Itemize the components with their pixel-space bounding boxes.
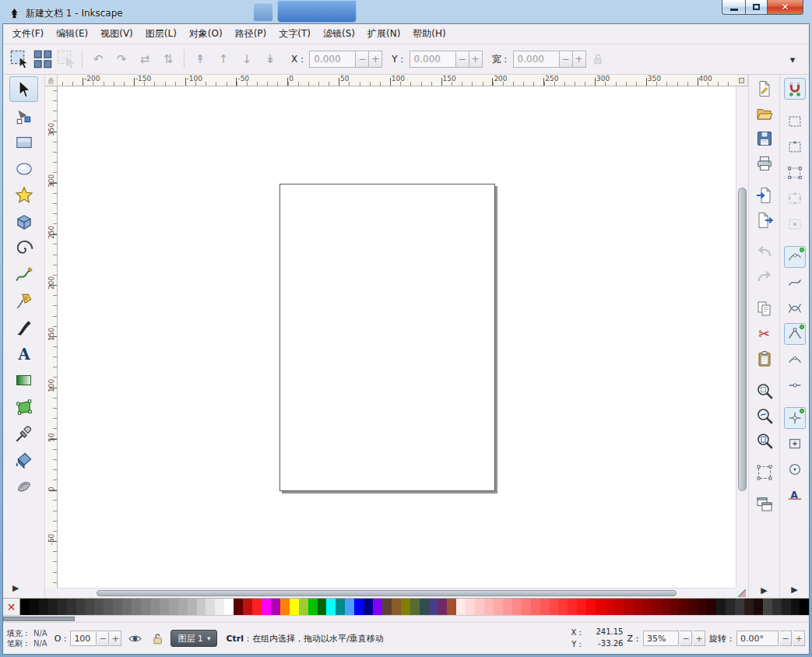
deselect-button[interactable] (54, 47, 78, 71)
close-button[interactable]: ✕ (768, 0, 803, 15)
palette-swatch[interactable] (754, 599, 763, 615)
palette-swatch[interactable] (364, 599, 373, 615)
duplicate-window-button[interactable] (753, 493, 776, 516)
vertical-scrollbar[interactable] (736, 86, 748, 588)
palette-swatch[interactable] (568, 599, 577, 615)
rotate-cw-button[interactable]: ↷ (110, 47, 133, 71)
palette-swatch[interactable] (318, 599, 327, 615)
import-button[interactable] (753, 184, 776, 207)
snap-cusp-nodes-toggle[interactable] (784, 323, 806, 345)
y-input[interactable]: 0.000 (410, 51, 456, 68)
width-decrease-button[interactable]: − (560, 51, 573, 68)
selector-tool[interactable] (9, 76, 38, 102)
color-managed-display-toggle[interactable] (736, 588, 748, 598)
palette-swatch[interactable] (336, 599, 345, 615)
calligraphy-tool[interactable] (9, 314, 38, 340)
palette-swatch[interactable] (122, 599, 132, 615)
palette-swatch[interactable] (614, 599, 624, 615)
palette-scrollbar[interactable] (3, 615, 809, 622)
palette-swatch[interactable] (150, 599, 160, 615)
palette-swatch[interactable] (197, 599, 206, 615)
palette-swatch[interactable] (772, 599, 782, 615)
select-all-button[interactable] (8, 47, 31, 71)
palette-swatch[interactable] (354, 599, 364, 615)
menu-file[interactable]: 文件(F) (6, 24, 50, 44)
palette-swatch[interactable] (132, 599, 141, 615)
palette-swatch[interactable] (299, 599, 308, 615)
palette-swatch[interactable] (94, 599, 104, 615)
snap-smooth-nodes-toggle[interactable] (784, 349, 806, 371)
titlebar[interactable]: 新建文档 1 - Inkscape ✕ (2, 0, 810, 23)
palette-swatch[interactable] (586, 599, 596, 615)
palette-swatch[interactable] (763, 599, 772, 615)
save-document-button[interactable] (753, 127, 776, 150)
opacity-increase-button[interactable]: + (110, 631, 121, 646)
snap-nodes-toggle[interactable] (784, 246, 806, 268)
horizontal-scrollbar-thumb[interactable] (97, 590, 677, 596)
snap-paths-toggle[interactable] (784, 272, 806, 293)
palette-swatch[interactable] (160, 599, 169, 615)
vertical-scrollbar-thumb[interactable] (738, 188, 747, 491)
rotation-decrease-button[interactable]: − (780, 631, 792, 646)
spiral-tool[interactable] (9, 235, 38, 261)
layer-lock-toggle[interactable] (148, 629, 167, 648)
menu-help[interactable]: 帮助(H) (406, 24, 452, 44)
palette-swatch[interactable] (429, 599, 438, 615)
toolbox-overflow-button[interactable]: ▶ (3, 583, 19, 593)
palette-swatch[interactable] (308, 599, 318, 615)
menu-filters[interactable]: 滤镜(S) (317, 24, 361, 44)
palette-swatch[interactable] (735, 599, 744, 615)
snap-bbox-centers-toggle[interactable] (784, 213, 806, 235)
zoom-in-button[interactable]: + (694, 631, 705, 646)
palette-swatch[interactable] (85, 599, 94, 615)
palette-swatch[interactable] (550, 599, 559, 615)
zoom-page-button[interactable] (753, 429, 776, 452)
horizontal-scrollbar[interactable] (58, 588, 736, 598)
palette-swatch[interactable] (438, 599, 447, 615)
palette-swatch[interactable] (605, 599, 614, 615)
paint-bucket-tool[interactable] (9, 447, 38, 473)
palette-swatch[interactable] (800, 599, 809, 615)
palette-swatch[interactable] (243, 599, 252, 615)
palette-swatch[interactable] (670, 599, 680, 615)
opacity-decrease-button[interactable]: − (97, 631, 109, 646)
palette-swatch[interactable] (373, 599, 382, 615)
menu-extensions[interactable]: 扩展(N) (361, 24, 406, 44)
palette-swatch[interactable] (744, 599, 754, 615)
toolbar-overflow-button[interactable]: ▾ (781, 47, 804, 71)
undo-button[interactable] (753, 241, 776, 264)
menu-view[interactable]: 视图(V) (94, 24, 139, 44)
palette-swatch[interactable] (420, 599, 429, 615)
flip-horizontal-button[interactable]: ⇄ (133, 47, 156, 71)
palette-swatch[interactable] (39, 599, 48, 615)
redo-button[interactable] (753, 265, 776, 289)
ruler-corner-button[interactable] (736, 75, 748, 86)
pencil-tool[interactable] (9, 262, 38, 287)
palette-swatch[interactable] (782, 599, 791, 615)
copy-button[interactable] (753, 297, 776, 321)
palette-swatch[interactable] (326, 599, 336, 615)
node-editor-tool[interactable] (9, 103, 38, 128)
palette-swatch[interactable] (661, 599, 670, 615)
no-color-swatch[interactable]: ✕ (3, 599, 20, 615)
snap-bbox-corners-toggle[interactable] (784, 162, 806, 184)
palette-swatch[interactable] (447, 599, 456, 615)
palette-swatch[interactable] (522, 599, 531, 615)
snap-path-intersections-toggle[interactable] (784, 297, 806, 319)
palette-swatch[interactable] (252, 599, 262, 615)
new-document-button[interactable] (753, 77, 776, 100)
paste-button[interactable] (753, 347, 776, 371)
palette-swatch[interactable] (67, 599, 76, 615)
commands-overflow-button[interactable]: ▶ (761, 585, 767, 596)
document-page[interactable] (279, 184, 495, 491)
layer-selector[interactable]: 图层 1 ▾ (170, 630, 217, 647)
tweak-tool[interactable] (9, 473, 38, 499)
lower-to-bottom-button[interactable]: ↡ (258, 47, 282, 71)
x-input[interactable]: 0.000 (309, 51, 356, 68)
palette-swatch[interactable] (188, 599, 197, 615)
export-button[interactable] (753, 209, 776, 232)
snap-bbox-edges-toggle[interactable] (784, 136, 806, 158)
snap-object-centers-toggle[interactable] (784, 433, 806, 455)
palette-swatch[interactable] (410, 599, 420, 615)
palette-swatch[interactable] (234, 599, 243, 615)
